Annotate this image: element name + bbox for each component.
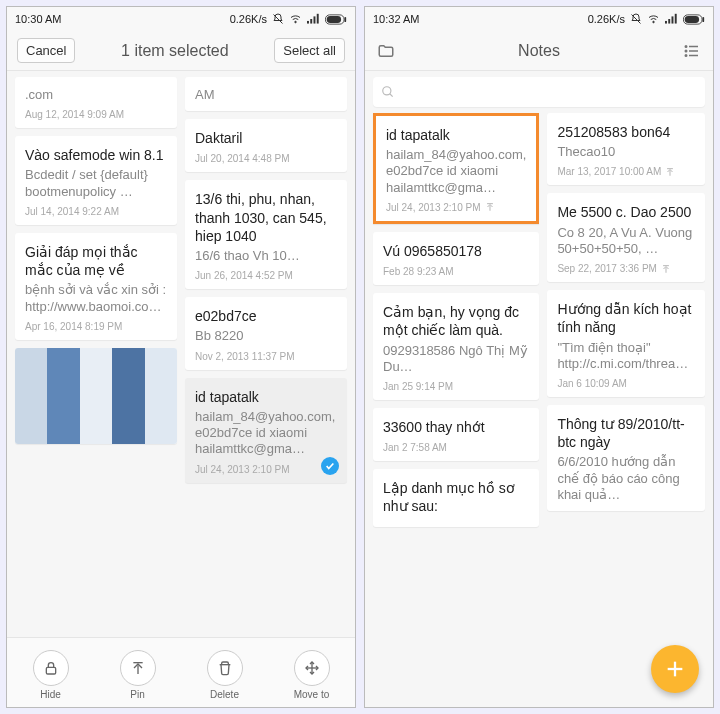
selection-title: 1 item selected (121, 42, 229, 60)
note-body: AM (195, 87, 337, 103)
note-date: Jul 14, 2014 9:22 AM (25, 206, 167, 217)
note-card[interactable]: 13/6 thi, phu, nhan, thanh 1030, can 545… (185, 180, 347, 289)
note-card[interactable]: DaktarilJul 20, 2014 4:48 PM (185, 119, 347, 172)
notes-grid: .comAug 12, 2014 9:09 AMVào safemode win… (7, 71, 355, 637)
pin-action[interactable]: Pin (120, 650, 156, 700)
signal-icon (307, 13, 320, 25)
status-speed: 0.26K/s (588, 13, 625, 25)
mute-icon (272, 13, 284, 25)
svg-rect-9 (46, 667, 55, 674)
page-title: Notes (518, 42, 560, 60)
note-date: Jan 6 10:09 AM (557, 378, 695, 389)
note-date: Sep 22, 2017 3:36 PM (557, 263, 695, 274)
new-note-fab[interactable] (651, 645, 699, 693)
selected-check-icon (321, 457, 339, 475)
trash-icon (217, 660, 233, 676)
note-body: Co 8 20, A Vu A. Vuong 50+50+50+50, … (557, 225, 695, 258)
pinned-icon (485, 202, 495, 212)
note-card[interactable]: Lập danh mục hồ sơ như sau: (373, 469, 539, 526)
search-input[interactable] (373, 77, 705, 107)
svg-point-28 (685, 54, 687, 56)
list-icon (683, 42, 701, 60)
note-card-image[interactable] (15, 348, 177, 444)
plus-icon (664, 658, 686, 680)
note-title: Vú 0965850178 (383, 242, 529, 260)
move-icon (304, 660, 320, 676)
svg-rect-19 (675, 14, 677, 24)
note-card[interactable]: 33600 thay nhớtJan 2 7:58 AM (373, 408, 539, 461)
note-date: Apr 16, 2014 8:19 PM (25, 321, 167, 332)
note-card[interactable]: id tapatalkhailam_84@yahoo.com, e02bd7ce… (373, 113, 539, 224)
status-bar: 10:30 AM 0.26K/s (7, 7, 355, 31)
note-title: Thông tư 89/2010/tt-btc ngày (557, 415, 695, 451)
note-title: Cảm bạn, hy vọng đc một chiếc làm quà. (383, 303, 529, 339)
mute-icon (630, 13, 642, 25)
selection-header: Cancel 1 item selected Select all (7, 31, 355, 71)
note-card[interactable]: AM (185, 77, 347, 111)
signal-icon (665, 13, 678, 25)
lock-icon (43, 660, 59, 676)
search-icon (381, 85, 395, 99)
note-title: 33600 thay nhớt (383, 418, 529, 436)
note-date: Jan 25 9:14 PM (383, 381, 529, 392)
note-card[interactable]: Thông tư 89/2010/tt-btc ngày6/6/2010 hướ… (547, 405, 705, 511)
status-speed: 0.26K/s (230, 13, 267, 25)
move-action[interactable]: Move to (294, 650, 330, 700)
pinned-icon (665, 167, 675, 177)
pin-icon (130, 660, 146, 676)
note-card[interactable]: Cảm bạn, hy vọng đc một chiếc làm quà.09… (373, 293, 539, 400)
svg-point-1 (295, 21, 297, 23)
note-body: .com (25, 87, 167, 103)
folder-icon (377, 42, 395, 60)
notes-header: Notes (365, 31, 713, 71)
note-date: Jul 20, 2014 4:48 PM (195, 153, 337, 164)
list-view-button[interactable] (681, 40, 703, 62)
note-title: id tapatalk (195, 388, 337, 406)
status-bar: 10:32 AM 0.26K/s (365, 7, 713, 31)
wifi-icon (647, 13, 660, 25)
delete-action[interactable]: Delete (207, 650, 243, 700)
note-card[interactable]: Hướng dẫn kích hoạt tính năng"Tìm điện t… (547, 290, 705, 397)
cancel-button[interactable]: Cancel (17, 38, 75, 63)
svg-rect-18 (672, 16, 674, 23)
note-date: Jun 26, 2014 4:52 PM (195, 270, 337, 281)
svg-rect-8 (344, 16, 346, 21)
status-time: 10:32 AM (373, 13, 419, 25)
note-title: Vào safemode win 8.1 (25, 146, 167, 164)
note-card[interactable]: 251208583 bon64Thecao10Mar 13, 2017 10:0… (547, 113, 705, 185)
svg-point-26 (685, 45, 687, 47)
note-body: "Tìm điện thoại" http://c.mi.com/threa… (557, 340, 695, 373)
svg-rect-3 (310, 19, 312, 24)
status-time: 10:30 AM (15, 13, 61, 25)
note-card[interactable]: Me 5500 c. Dao 2500Co 8 20, A Vu A. Vuon… (547, 193, 705, 282)
note-card[interactable]: .comAug 12, 2014 9:09 AM (15, 77, 177, 128)
note-title: Me 5500 c. Dao 2500 (557, 203, 695, 221)
svg-point-15 (653, 21, 655, 23)
action-bar: Hide Pin Delete Move to (7, 637, 355, 707)
svg-point-29 (383, 87, 391, 95)
note-card[interactable]: Vào safemode win 8.1Bcdedit / set {defau… (15, 136, 177, 225)
note-date: Feb 28 9:23 AM (383, 266, 529, 277)
battery-icon (325, 14, 347, 25)
note-card[interactable]: e02bd7ceBb 8220Nov 2, 2013 11:37 PM (185, 297, 347, 369)
note-body: Thecao10 (557, 144, 695, 160)
select-all-button[interactable]: Select all (274, 38, 345, 63)
note-card[interactable]: Giải đáp mọi thắc mắc của mẹ vềbệnh sởi … (15, 233, 177, 340)
note-card[interactable]: id tapatalkhailam_84@yahoo.com, e02bd7ce… (185, 378, 347, 483)
note-body: Bb 8220 (195, 328, 337, 344)
note-title: Giải đáp mọi thắc mắc của mẹ về (25, 243, 167, 279)
note-body: Bcdedit / set {default} bootmenupolicy … (25, 167, 167, 200)
svg-rect-7 (327, 16, 341, 23)
notes-grid: id tapatalkhailam_84@yahoo.com, e02bd7ce… (365, 107, 713, 707)
svg-rect-17 (668, 19, 670, 24)
folder-button[interactable] (375, 40, 397, 62)
note-body: 0929318586 Ngô Thị Mỹ Du… (383, 343, 529, 376)
hide-action[interactable]: Hide (33, 650, 69, 700)
note-body: bệnh sởi và vắc xin sởi : http://www.bao… (25, 282, 167, 315)
wifi-icon (289, 13, 302, 25)
note-title: 13/6 thi, phu, nhan, thanh 1030, can 545… (195, 190, 337, 245)
svg-rect-4 (314, 16, 316, 23)
note-title: Lập danh mục hồ sơ như sau: (383, 479, 529, 515)
note-body: 16/6 thao Vh 10… (195, 248, 337, 264)
note-card[interactable]: Vú 0965850178Feb 28 9:23 AM (373, 232, 539, 285)
